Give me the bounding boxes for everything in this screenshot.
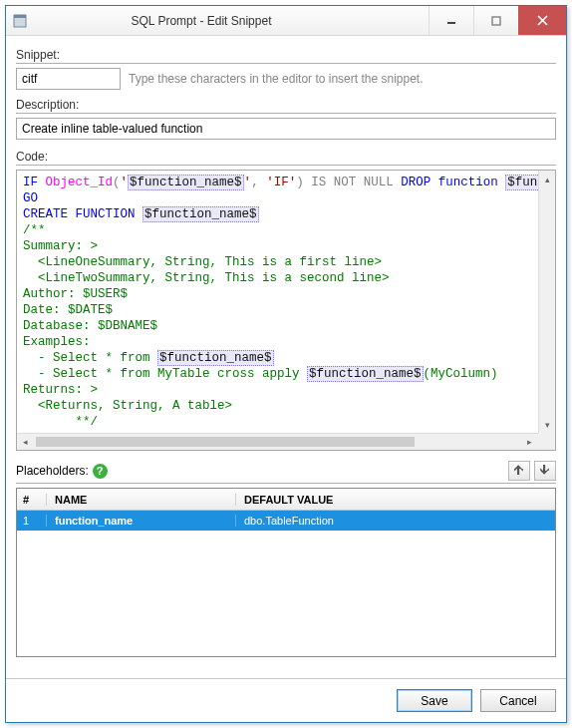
fn-objectid: Object_Id <box>46 176 114 189</box>
scroll-thumb[interactable] <box>36 437 415 447</box>
kw-drop: DROP <box>401 176 430 189</box>
dialog-window: SQL Prompt - Edit Snippet Snippet: Type … <box>5 5 567 723</box>
kw-create-function: CREATE FUNCTION <box>23 207 136 221</box>
placeholder-function-name[interactable]: $function_name$ <box>128 175 244 190</box>
comment: Summary: > <box>23 239 98 253</box>
svg-rect-3 <box>492 17 500 25</box>
placeholders-label: Placeholders: <box>16 464 89 478</box>
save-button[interactable]: Save <box>397 689 472 712</box>
comment: (MyColumn) <box>424 367 498 381</box>
comment: Examples: <box>23 335 91 349</box>
dialog-footer: Save Cancel <box>6 678 566 722</box>
placeholders-header: Placeholders: ? 🡩 🡫 <box>16 461 556 484</box>
cell-name: function_name <box>47 515 236 527</box>
scroll-up-icon[interactable]: ▴ <box>539 171 555 187</box>
quote: ' <box>266 176 274 189</box>
cell-num: 1 <box>17 515 47 527</box>
comment: **/ <box>23 415 98 429</box>
code-editor[interactable]: IF Object_Id('$function_name$', 'IF') IS… <box>16 170 556 451</box>
kw-isnotnull: IS NOT NULL <box>304 176 402 189</box>
comment: Returns: > <box>23 383 98 397</box>
code-label: Code: <box>16 150 556 166</box>
table-row[interactable]: 1 function_name dbo.TableFunction <box>17 511 555 531</box>
scroll-left-icon[interactable]: ◂ <box>17 437 34 447</box>
titlebar[interactable]: SQL Prompt - Edit Snippet <box>6 6 566 36</box>
minimize-button[interactable] <box>429 6 473 35</box>
comment: - Select * from MyTable cross apply <box>23 367 307 381</box>
description-input[interactable] <box>16 118 556 140</box>
snippet-input[interactable] <box>16 68 121 90</box>
grid-header: # NAME DEFAULT VALUE <box>17 489 555 511</box>
move-up-button[interactable]: 🡩 <box>508 461 530 481</box>
scroll-right-icon[interactable]: ▸ <box>521 437 538 447</box>
snippet-hint: Type these characters in the editor to i… <box>129 72 556 86</box>
comma: , <box>251 176 266 189</box>
comment: <LineTwoSummary, String, This is a secon… <box>23 271 390 285</box>
snippet-row: Type these characters in the editor to i… <box>16 68 556 90</box>
comment: Date: $DATE$ <box>23 303 113 317</box>
paren: ) <box>296 176 304 189</box>
scroll-track[interactable] <box>539 187 555 416</box>
placeholders-grid[interactable]: # NAME DEFAULT VALUE 1 function_name dbo… <box>16 488 556 657</box>
comment: Database: $DBNAME$ <box>23 319 157 333</box>
scroll-down-icon[interactable]: ▾ <box>539 416 555 433</box>
paren: ( <box>113 176 121 189</box>
col-header-name[interactable]: NAME <box>47 494 236 506</box>
comment: Author: $USER$ <box>23 287 128 301</box>
close-button[interactable] <box>518 6 566 35</box>
comment: - Select * from <box>23 351 157 365</box>
move-down-button[interactable]: 🡫 <box>534 461 556 481</box>
col-header-num[interactable]: # <box>17 494 47 506</box>
horizontal-scrollbar[interactable]: ◂ ▸ <box>17 433 538 450</box>
grid-body: 1 function_name dbo.TableFunction <box>17 511 555 656</box>
window-controls <box>429 6 566 35</box>
col-header-default[interactable]: DEFAULT VALUE <box>236 494 555 506</box>
maximize-button[interactable] <box>473 6 518 35</box>
window-title: SQL Prompt - Edit Snippet <box>0 14 429 28</box>
kw-function: function <box>430 176 505 189</box>
code-body[interactable]: IF Object_Id('$function_name$', 'IF') IS… <box>17 171 555 433</box>
content-area: Snippet: Type these characters in the ed… <box>6 36 566 678</box>
vertical-scrollbar[interactable]: ▴ ▾ <box>538 171 555 433</box>
description-label: Description: <box>16 98 556 114</box>
kw-if: IF <box>23 176 38 189</box>
kw-go: GO <box>23 191 38 205</box>
space <box>136 207 143 221</box>
comment: <Returns, String, A table> <box>23 399 232 413</box>
literal-if: IF <box>274 176 289 189</box>
placeholder-function-name[interactable]: $function_name$ <box>157 350 274 366</box>
scroll-corner <box>538 433 555 450</box>
comment: <LineOneSummary, String, This is a first… <box>23 255 382 269</box>
placeholder-function-name[interactable]: $function_name$ <box>143 206 259 222</box>
cell-default: dbo.TableFunction <box>236 515 555 527</box>
placeholder-function-name[interactable]: $function_name$ <box>307 366 424 382</box>
quote: ' <box>121 176 129 189</box>
snippet-label: Snippet: <box>16 48 556 64</box>
cancel-button[interactable]: Cancel <box>480 689 556 712</box>
placeholder-order-buttons: 🡩 🡫 <box>508 461 556 481</box>
comment: /** <box>23 223 46 237</box>
help-icon[interactable]: ? <box>93 464 108 479</box>
quote: ' <box>244 176 252 189</box>
